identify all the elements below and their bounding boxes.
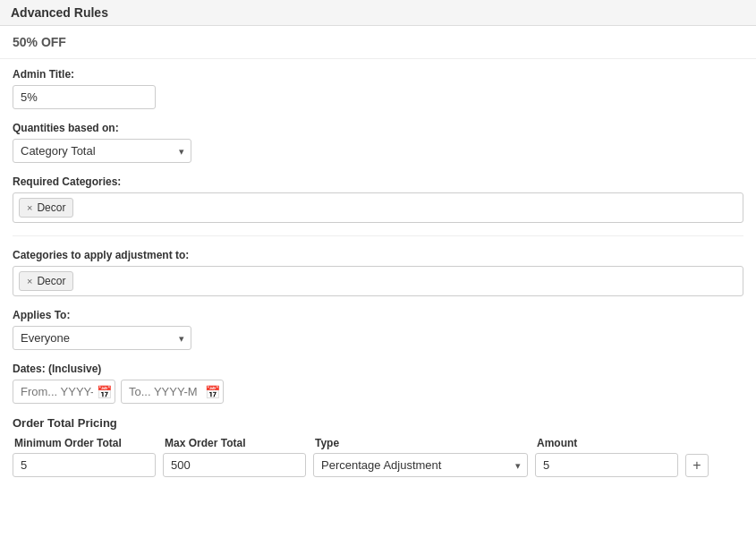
- section-title: 50% OFF: [0, 26, 756, 59]
- required-categories-tags-container[interactable]: × Decor: [13, 192, 743, 223]
- tag-close-icon-2[interactable]: ×: [27, 276, 32, 286]
- required-categories-group: Required Categories: × Decor: [13, 175, 743, 223]
- tag-label: Decor: [37, 201, 65, 214]
- row-max-cell: [163, 453, 306, 477]
- col-header-type: Type: [313, 437, 528, 449]
- col-header-add: [685, 437, 712, 449]
- max-order-input[interactable]: [163, 453, 306, 477]
- order-total-label: Order Total Pricing: [13, 416, 743, 430]
- applies-to-group: Applies To: Everyone Logged In Guest ▾: [13, 309, 743, 350]
- table-row: Percentage Adjustment Fixed Amount Fixed…: [13, 453, 743, 477]
- date-to-wrapper: 📅: [121, 380, 224, 404]
- quantities-select-wrapper: Category Total Order Total Line Item ▾: [13, 139, 191, 163]
- date-from-wrapper: 📅: [13, 380, 115, 404]
- required-categories-label: Required Categories:: [13, 175, 743, 188]
- add-row-button[interactable]: +: [685, 454, 709, 477]
- applies-to-label: Applies To:: [13, 309, 743, 321]
- form-body: Admin Title: Quantities based on: Catego…: [0, 59, 756, 486]
- dates-group: Dates: (Inclusive) 📅 📅: [13, 363, 743, 404]
- applies-select-wrapper: Everyone Logged In Guest ▾: [13, 326, 191, 350]
- col-header-amount: Amount: [535, 437, 678, 449]
- dates-label: Dates: (Inclusive): [13, 363, 743, 375]
- order-total-section: Order Total Pricing Minimum Order Total …: [13, 416, 743, 477]
- row-min-cell: [13, 453, 156, 477]
- required-category-tag-decor[interactable]: × Decor: [19, 198, 73, 218]
- row-type-cell: Percentage Adjustment Fixed Amount Fixed…: [313, 453, 528, 477]
- type-select-wrapper: Percentage Adjustment Fixed Amount Fixed…: [313, 453, 528, 477]
- quantities-select[interactable]: Category Total Order Total Line Item: [13, 139, 191, 163]
- col-header-max: Max Order Total: [163, 437, 306, 449]
- adjustment-categories-label: Categories to apply adjustment to:: [13, 249, 743, 261]
- calendar-to-icon[interactable]: 📅: [205, 385, 220, 399]
- quantities-label: Quantities based on:: [13, 122, 743, 134]
- applies-to-select[interactable]: Everyone Logged In Guest: [13, 326, 191, 350]
- page-header: Advanced Rules: [0, 0, 756, 26]
- admin-title-group: Admin Title:: [13, 68, 743, 109]
- admin-title-input[interactable]: [13, 85, 156, 109]
- adjustment-categories-group: Categories to apply adjustment to: × Dec…: [13, 249, 743, 296]
- adjustment-tag-decor[interactable]: × Decor: [19, 271, 73, 291]
- adjustment-tags-container[interactable]: × Decor: [13, 266, 743, 296]
- order-total-header: Minimum Order Total Max Order Total Type…: [13, 437, 743, 449]
- tag-close-icon[interactable]: ×: [27, 202, 32, 213]
- section-divider: [13, 235, 743, 236]
- page-title: Advanced Rules: [11, 5, 108, 20]
- admin-title-label: Admin Title:: [13, 68, 743, 81]
- type-select[interactable]: Percentage Adjustment Fixed Amount Fixed…: [313, 453, 528, 477]
- tag-label-2: Decor: [37, 275, 65, 287]
- calendar-from-icon[interactable]: 📅: [97, 385, 112, 399]
- row-add-cell: +: [685, 454, 712, 477]
- quantities-group: Quantities based on: Category Total Orde…: [13, 122, 743, 163]
- dates-row: 📅 📅: [13, 380, 743, 404]
- row-amount-cell: [535, 453, 678, 477]
- amount-input[interactable]: [535, 453, 678, 477]
- col-header-min: Minimum Order Total: [13, 437, 156, 449]
- min-order-input[interactable]: [13, 453, 156, 477]
